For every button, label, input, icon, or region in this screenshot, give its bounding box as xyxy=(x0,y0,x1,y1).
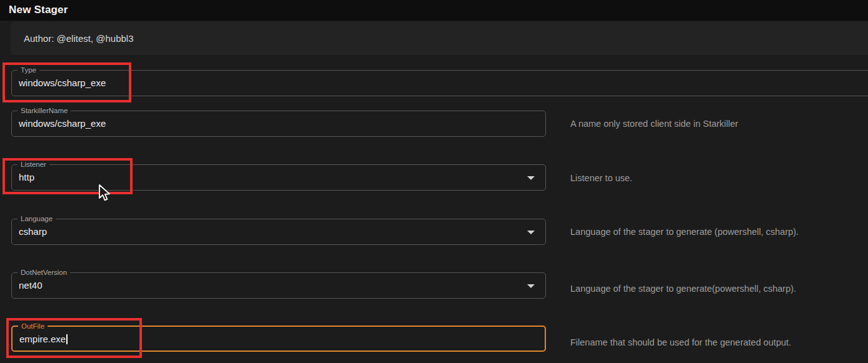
author-panel: Author: @elitest, @hubbl3 xyxy=(11,22,868,55)
dotnetversion-select-value: net40 xyxy=(19,280,43,291)
language-select-value: csharp xyxy=(19,226,47,237)
listener-select-label: Listener xyxy=(18,160,49,169)
dotnetversion-select-label: DotNetVersion xyxy=(18,268,70,277)
starkillername-help: A name only stored client side in Starki… xyxy=(570,119,738,129)
chevron-down-icon[interactable] xyxy=(527,284,535,288)
listener-help: Listener to use. xyxy=(570,173,632,183)
author-text: Author: @elitest, @hubbl3 xyxy=(24,22,134,55)
chevron-down-icon[interactable] xyxy=(527,231,535,234)
outfile-text: empire.exe xyxy=(19,334,66,344)
starkillername-field-value: windows/csharp_exe xyxy=(19,118,106,129)
dotnetversion-select[interactable]: DotNetVersion net40 xyxy=(11,272,546,299)
outfile-field[interactable]: OutFile empire.exe xyxy=(11,326,546,352)
chevron-down-icon[interactable] xyxy=(527,176,535,180)
listener-select-value: http xyxy=(19,172,34,182)
type-field-label: Type xyxy=(18,66,39,75)
outfile-field-value: empire.exe xyxy=(19,334,68,344)
text-caret xyxy=(66,334,68,344)
type-field[interactable]: Type windows/csharp_exe xyxy=(11,70,868,96)
type-field-value: windows/csharp_exe xyxy=(19,77,106,88)
title-bar: New Stager xyxy=(0,0,868,21)
language-help: Language of the stager to generate (powe… xyxy=(570,227,799,237)
language-select-label: Language xyxy=(18,214,56,224)
starkillername-field[interactable]: StarkillerName windows/csharp_exe xyxy=(11,111,546,137)
starkillername-field-label: StarkillerName xyxy=(18,106,71,116)
listener-select[interactable]: Listener http xyxy=(11,164,546,191)
mouse-cursor-icon xyxy=(97,184,111,203)
page-title: New Stager xyxy=(9,4,68,16)
outfile-help: Filename that should be used for the gen… xyxy=(570,337,791,347)
outfile-field-label: OutFile xyxy=(18,322,48,331)
dotnetversion-help: Language of the stager to generate(power… xyxy=(570,284,796,294)
language-select[interactable]: Language csharp xyxy=(11,219,546,245)
